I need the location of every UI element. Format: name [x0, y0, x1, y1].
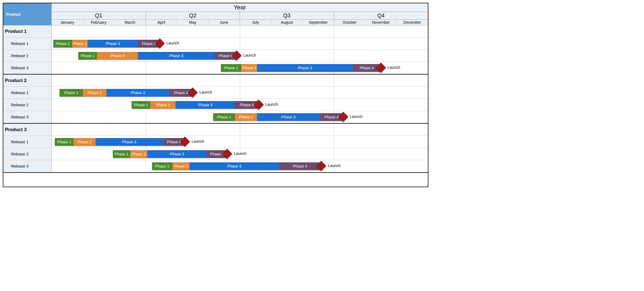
release-name-label: Release 3 — [3, 62, 52, 74]
bars-container: Phase 1Phase 2Phase 3Phase 4Launch — [52, 52, 428, 60]
phase-bar: Phase 2 — [74, 138, 95, 146]
bars-container: Phase 1Phase 2Phase 3Phase 4Launch — [52, 89, 428, 97]
timeline-cell — [52, 25, 428, 38]
timeline-cell — [52, 75, 428, 87]
product-header-row: Product 1 — [3, 25, 428, 38]
launch-label: Launch — [234, 151, 247, 156]
month-header: March — [114, 20, 146, 25]
product-column-header: Product — [3, 3, 52, 25]
timeline-cell: Phase 1Phase 2Phase 3Phase 4Launch — [52, 99, 428, 111]
phase-bar: Phase 3 — [190, 162, 279, 170]
phase-bar: Phase 1 — [53, 40, 72, 47]
month-header: February — [83, 20, 115, 25]
release-row: Release 2Phase 1Phase 2Phase 3Phase 4Lau… — [3, 50, 428, 62]
timeline-cell: Phase 1Phase 2Phase 3Phase 4Launch — [52, 87, 428, 99]
month-header: August — [271, 20, 303, 25]
phase-bar: Phase 1 — [55, 138, 74, 146]
quarter-gridline — [146, 25, 146, 37]
release-row: Release 1Phase 1Phase 2Phase 3Phase 4Lau… — [3, 38, 428, 50]
gantt-body: Product 1Release 1Phase 1Phase 2Phase 3P… — [3, 25, 428, 173]
phase-bar: Phase 3 — [257, 64, 353, 72]
quarter-gridline — [240, 75, 240, 86]
quarter-gridline — [334, 25, 334, 37]
month-header: May — [177, 20, 209, 25]
launch-label: Launch — [350, 114, 363, 119]
phase-bar: Phase 2 — [150, 101, 176, 109]
phase-bar: Phase 1 — [213, 113, 235, 121]
release-row: Release 1Phase 1Phase 2Phase 3Phase 4Lau… — [3, 136, 428, 148]
launch-label: Launch — [192, 139, 204, 144]
phase-bar: Phase 1 — [152, 162, 172, 170]
bars-container: Phase 1Phase 2Phase 3Phase 4Launch — [52, 162, 428, 170]
timeline-cell: Phase 1Phase 2Phase 3Phase 4Launch — [52, 148, 428, 160]
header-row: Product Year Q1Q2Q3Q4 JanuaryFebruaryMar… — [3, 3, 428, 25]
quarter-gridline — [146, 75, 146, 86]
launch-label: Launch — [328, 163, 341, 168]
bars-container: Phase 1Phase 2Phase 3Phase 4Launch — [52, 101, 428, 109]
timeline-cell: Phase 1Phase 2Phase 3Phase 4Launch — [52, 111, 428, 123]
product-name-label: Product 2 — [3, 75, 52, 87]
quarter-gridline — [146, 124, 146, 136]
bars-container: Phase 1Phase 2Phase 3Phase 4Launch — [52, 150, 428, 158]
phase-bar: Phase 3 — [176, 101, 235, 109]
launch-label: Launch — [243, 53, 256, 57]
phase-bar: Phase 2 — [241, 64, 257, 72]
month-header: September — [303, 20, 334, 25]
product-group: Product 1Release 1Phase 1Phase 2Phase 3P… — [3, 25, 428, 75]
timeline-cell: Phase 1Phase 2Phase 3Phase 4Launch — [52, 50, 428, 62]
quarter-gridline — [240, 25, 240, 37]
release-name-label: Release 3 — [3, 160, 52, 172]
release-row: Release 3Phase 1Phase 2Phase 3Phase 4Lau… — [3, 160, 428, 172]
launch-label: Launch — [265, 102, 278, 107]
phase-bar: Phase 1 — [221, 64, 241, 72]
phase-bar: Phase 1 — [113, 150, 130, 158]
phase-bar: Phase 2 — [83, 89, 106, 97]
phase-bar: Phase 4 — [279, 162, 321, 170]
product-group: Product 2Release 1Phase 1Phase 2Phase 3P… — [3, 75, 428, 124]
release-row: Release 1Phase 1Phase 2Phase 3Phase 4Lau… — [3, 87, 428, 99]
release-name-label: Release 2 — [3, 50, 52, 62]
month-header: January — [52, 20, 83, 25]
months-row: JanuaryFebruaryMarchAprilMayJuneJulyAugu… — [52, 20, 428, 25]
phase-bar: Phase 3 — [106, 89, 169, 97]
phase-bar: Phase 3 — [88, 40, 138, 47]
month-header: June — [209, 20, 240, 25]
release-name-label: Release 1 — [3, 87, 52, 99]
bars-container: Phase 1Phase 2Phase 3Phase 4Launch — [52, 113, 428, 121]
phase-bar: Phase 3 — [147, 150, 207, 158]
timeline-cell — [52, 124, 428, 136]
release-row: Release 3Phase 1Phase 2Phase 3Phase 4Lau… — [3, 62, 428, 74]
phase-bar: Phase 2 — [235, 113, 257, 121]
bars-container: Phase 1Phase 2Phase 3Phase 4Launch — [52, 138, 428, 146]
launch-label: Launch — [199, 90, 212, 94]
timeline-cell: Phase 1Phase 2Phase 3Phase 4Launch — [52, 136, 428, 148]
month-header: December — [397, 20, 428, 25]
release-row: Release 2Phase 1Phase 2Phase 3Phase 4Lau… — [3, 148, 428, 160]
month-header: July — [240, 20, 271, 25]
quarter-header: Q1 — [52, 12, 146, 19]
quarter-gridline — [334, 75, 334, 86]
phase-bar: Phase 2 — [97, 52, 138, 60]
timeline-cell: Phase 1Phase 2Phase 3Phase 4Launch — [52, 160, 428, 172]
phase-bar: Phase 3 — [257, 113, 320, 121]
release-name-label: Release 2 — [3, 99, 52, 111]
product-header-row: Product 2 — [3, 75, 428, 87]
phase-bar: Phase 2 — [172, 162, 190, 170]
quarter-header: Q3 — [240, 12, 334, 19]
phase-bar: Phase 1 — [132, 101, 150, 109]
quarter-gridline — [334, 124, 334, 136]
product-header-row: Product 3 — [3, 124, 428, 136]
phase-bar: Phase 1 — [59, 89, 83, 97]
bars-container: Phase 1Phase 2Phase 3Phase 4Launch — [52, 64, 428, 72]
quarter-header: Q2 — [146, 12, 240, 19]
product-group: Product 3Release 1Phase 1Phase 2Phase 3P… — [3, 124, 428, 173]
bars-container: Phase 1Phase 2Phase 3Phase 4Launch — [52, 39, 428, 47]
phase-bar: Phase 3 — [96, 138, 163, 146]
release-name-label: Release 2 — [3, 148, 52, 160]
timeline-cell: Phase 1Phase 2Phase 3Phase 4Launch — [52, 62, 428, 74]
release-name-label: Release 1 — [3, 38, 52, 50]
launch-label: Launch — [166, 41, 179, 45]
month-header: October — [334, 20, 366, 25]
phase-bar: Phase 2 — [72, 40, 88, 47]
release-name-label: Release 3 — [3, 111, 52, 123]
